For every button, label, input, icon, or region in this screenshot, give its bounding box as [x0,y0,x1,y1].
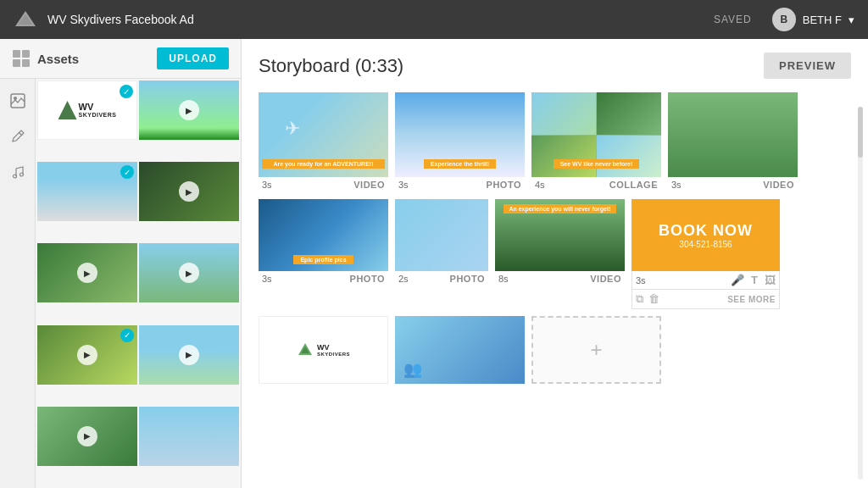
story-duration: 3s [262,180,272,190]
svg-rect-4 [13,59,20,67]
story-type: PHOTO [350,274,385,284]
play-icon: ▶ [179,100,199,120]
story-label-2-2: 2s PHOTO [395,271,488,286]
story-type: COLLAGE [609,180,658,190]
assets-label: Assets [37,52,79,66]
nav-pen-icon[interactable] [6,125,30,148]
svg-rect-6 [11,94,25,108]
asset-thumb-4[interactable]: ▶ [139,162,239,221]
story-cell-2-3[interactable]: An experience you will never forget! 8s … [495,199,625,309]
project-title: WV Skydivers Facebook Ad [47,13,704,26]
svg-rect-5 [22,59,30,67]
play-icon: ▶ [179,263,199,283]
play-icon: ▶ [77,263,97,283]
chevron-down-icon: ▾ [849,14,854,26]
content-area: Storyboard (0:33) PREVIEW ✈ Are you read… [242,39,868,488]
story-cell-1-4[interactable]: 3s VIDEO [668,92,798,192]
nav-image-icon[interactable] [6,89,30,113]
svg-line-8 [19,132,22,136]
nav-music-icon[interactable] [6,160,30,184]
app-logo [14,8,37,31]
story-duration: 8s [498,274,509,284]
asset-selected-check [120,165,134,179]
copy-icon[interactable]: ⧉ [636,292,643,306]
sidebar: Assets UPLOAD [0,39,242,488]
scrollbar-thumb[interactable] [858,107,863,158]
see-more-link[interactable]: SEE MORE [727,295,776,304]
story-label-1-4: 3s VIDEO [668,177,798,192]
story-cell-3-2[interactable]: 👥 [395,316,525,384]
svg-rect-2 [13,50,20,58]
play-icon: ▶ [77,345,97,365]
assets-grid: WV SKYDIVERS ▶ ▶ [36,79,241,488]
main-layout: Assets UPLOAD [0,39,868,488]
play-icon: ▶ [179,181,199,202]
topbar: WV Skydivers Facebook Ad SAVED B BETH F … [0,0,868,39]
text-icon[interactable]: T [751,274,758,286]
story-cell-1-1[interactable]: ✈ Are you ready for an ADVENTURE!! 3s VI… [259,92,388,192]
asset-selected-check [120,329,134,342]
story-cell-2-1[interactable]: Epic profile pics 3s PHOTO [259,199,388,309]
asset-selected-check [120,85,133,98]
asset-thumb-8[interactable]: ▶ [139,325,239,385]
sidebar-header: Assets UPLOAD [0,39,241,79]
left-nav [0,79,36,488]
story-type: VIDEO [763,180,794,190]
story-cell-2-4[interactable]: BOOK NOW 304-521-8156 3s 🎤 T 🖼 ⧉ [632,199,780,309]
play-icon: ▶ [179,345,199,365]
scrollbar-track[interactable] [858,107,863,480]
story-duration: 3s [398,180,409,190]
story-type: VIDEO [353,180,385,190]
upload-button[interactable]: UPLOAD [157,47,229,69]
trash-icon[interactable]: 🗑 [648,292,659,306]
story-duration: 2s [398,274,409,284]
asset-thumb-10[interactable] [139,407,239,466]
story-duration: 3s [262,274,272,284]
asset-thumb-6[interactable]: ▶ [139,243,239,302]
saved-status: SAVED [714,14,752,25]
sidebar-content: WV SKYDIVERS ▶ ▶ [0,79,241,488]
assets-icon [12,49,31,68]
avatar: B [772,8,796,31]
story-label-1-2: 3s PHOTO [395,177,525,192]
story-type: PHOTO [450,274,485,284]
asset-logo-thumb[interactable]: WV SKYDIVERS [37,80,137,140]
story-cell-2-2[interactable]: 2s PHOTO [395,199,488,309]
content-header: Storyboard (0:33) PREVIEW [259,53,851,79]
story-label-1-1: 3s VIDEO [259,177,388,192]
storyboard-title: Storyboard (0:33) [259,55,403,77]
mic-icon[interactable]: 🎤 [731,274,744,286]
play-icon: ▶ [77,426,97,446]
user-name: BETH F [803,14,842,26]
story-label-2-1: 3s PHOTO [259,271,388,286]
story-duration: 4s [535,180,545,190]
svg-rect-3 [22,50,30,58]
story-cell-1-3[interactable]: See WV like never before! 4s COLLAGE [531,92,661,192]
assets-header-left: Assets [12,49,79,68]
booknow-title: BOOK NOW [659,222,753,240]
asset-thumb-7[interactable]: ▶ [37,325,137,385]
booknow-card: BOOK NOW 304-521-8156 [632,199,780,271]
asset-thumb-9[interactable]: ▶ [37,407,137,466]
asset-thumb-5[interactable]: ▶ [37,243,137,302]
popup-duration: 3s [636,275,646,286]
asset-thumb-3[interactable] [37,162,137,221]
preview-button[interactable]: PREVIEW [764,53,851,79]
image-icon[interactable]: 🖼 [765,274,776,286]
story-label-2-3: 8s VIDEO [495,271,625,286]
story-cell-1-2[interactable]: Experience the thrill! 3s PHOTO [395,92,525,192]
user-menu[interactable]: B BETH F ▾ [772,8,854,31]
story-cell-add[interactable]: + [531,316,661,384]
story-label-1-3: 4s COLLAGE [531,177,661,192]
booknow-phone: 304-521-8156 [679,240,732,249]
story-duration: 3s [671,180,682,190]
story-type: VIDEO [590,274,621,284]
story-cell-3-1[interactable]: WV SKYDIVERS [259,316,388,384]
assets-panel: WV SKYDIVERS ▶ ▶ [36,79,241,488]
add-icon: + [590,338,602,362]
storyboard-row-2: Epic profile pics 3s PHOTO 2s PHOTO [259,199,851,309]
story-type: PHOTO [487,180,521,190]
asset-thumb-2[interactable]: ▶ [139,80,239,140]
storyboard-row-3: WV SKYDIVERS 👥 + [259,316,851,384]
storyboard-row-1: ✈ Are you ready for an ADVENTURE!! 3s VI… [259,92,851,192]
